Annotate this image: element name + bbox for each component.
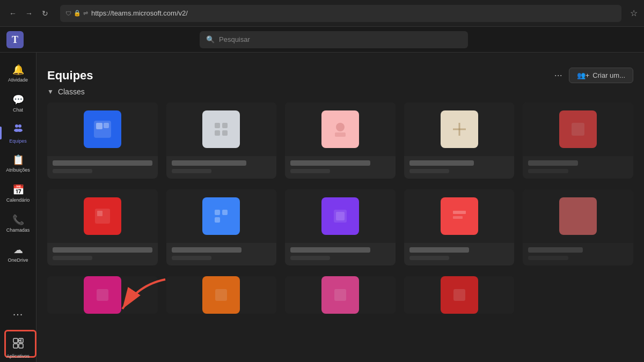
address-bar[interactable]: 🛡 🔒 ⇌ https://teams.microsoft.com/v2/ [60, 5, 621, 22]
page-title: Equipes [47, 69, 93, 83]
team-thumb-image [441, 276, 478, 314]
svg-rect-8 [13, 344, 18, 348]
team-card-info [47, 243, 158, 265]
team-card[interactable] [404, 102, 515, 179]
teams-logo: T [6, 31, 24, 48]
url-text: https://teams.microsoft.com/v2/ [91, 9, 188, 17]
team-thumb [523, 102, 633, 156]
team-card[interactable] [47, 276, 158, 314]
team-sub-placeholder [53, 169, 92, 173]
teams-section: ▼ Classes [36, 87, 644, 314]
forward-button[interactable]: → [23, 7, 35, 20]
security-icons: 🛡 🔒 ⇌ [65, 10, 88, 17]
team-thumb [166, 276, 277, 314]
team-card-info [404, 156, 515, 179]
team-card[interactable] [285, 276, 396, 314]
cloud-icon: ☁ [13, 244, 23, 256]
sidebar-item-calendario[interactable]: 📅 Calendário [2, 179, 34, 207]
svg-point-5 [17, 129, 23, 132]
svg-rect-32 [453, 211, 466, 214]
svg-rect-28 [222, 210, 228, 215]
sidebar-item-chat[interactable]: 💬 Chat [2, 89, 34, 117]
team-card-info [47, 156, 158, 179]
team-thumb-image [321, 276, 359, 314]
sidebar-item-equipes[interactable]: Equipes [2, 119, 34, 147]
team-card[interactable] [285, 102, 396, 179]
apps-container: Aplicativos [2, 334, 34, 362]
nav-buttons: ← → ↻ [6, 7, 52, 20]
back-button[interactable]: ← [6, 7, 19, 20]
search-icon: 🔍 [206, 35, 215, 43]
team-card-info [523, 156, 633, 179]
sidebar-more-button[interactable]: ··· [2, 300, 34, 328]
team-card[interactable] [285, 189, 396, 265]
sidebar-item-aplicativos[interactable]: Aplicativos [2, 334, 34, 362]
team-sub-placeholder [528, 256, 568, 260]
team-thumb [166, 102, 277, 156]
team-thumb-image [202, 197, 240, 235]
team-card-info [166, 156, 277, 179]
team-name-placeholder [528, 160, 578, 166]
team-sub-placeholder [409, 169, 449, 173]
team-sub-placeholder [53, 256, 92, 260]
team-thumb-image [202, 110, 240, 148]
teams-topbar: T 🔍 Pesquisar [0, 27, 644, 53]
chevron-icon: ▼ [47, 88, 54, 95]
team-name-placeholder [409, 160, 474, 166]
svg-rect-9 [19, 344, 23, 348]
lock-icon: 🔒 [74, 10, 81, 17]
team-thumb-image [84, 276, 121, 314]
team-thumb [285, 276, 396, 314]
team-card[interactable] [166, 276, 277, 314]
sidebar-item-chamadas[interactable]: 📞 Chamadas [2, 209, 34, 237]
shield-icon: 🛡 [65, 10, 71, 17]
refresh-button[interactable]: ↻ [39, 7, 52, 20]
team-thumb [47, 102, 158, 156]
svg-text:T: T [12, 34, 18, 45]
team-thumb [404, 189, 515, 243]
svg-point-20 [336, 123, 345, 131]
team-card[interactable] [47, 102, 158, 179]
team-thumb-image [559, 197, 597, 235]
phone-icon: 📞 [12, 214, 24, 226]
content-header: Equipes ··· 👥+ Criar um... [36, 59, 644, 87]
team-thumb [404, 102, 515, 156]
team-name-placeholder [53, 247, 152, 253]
sidebar-item-atividade[interactable]: 🔔 Atividade [2, 59, 34, 87]
team-card[interactable] [47, 189, 158, 265]
team-thumb-image [441, 197, 478, 235]
empty-card [523, 276, 633, 314]
team-name-placeholder [290, 160, 370, 166]
team-card[interactable] [523, 102, 633, 179]
team-card[interactable] [523, 189, 633, 265]
create-team-button[interactable]: 👥+ Criar um... [569, 68, 633, 83]
assignments-icon: 📋 [12, 154, 24, 166]
team-card[interactable] [166, 189, 277, 265]
team-card[interactable] [404, 276, 515, 314]
sidebar-label-atribuicoes: Atribuições [6, 167, 30, 173]
sidebar-item-onedrive[interactable]: ☁ OneDrive [2, 239, 34, 267]
team-card-info [285, 243, 396, 265]
svg-rect-29 [215, 217, 220, 223]
team-thumb [285, 189, 396, 243]
team-card[interactable] [404, 189, 515, 265]
svg-rect-26 [97, 211, 103, 216]
sidebar-label-aplicativos: Aplicativos [6, 353, 30, 359]
apps-icon [12, 337, 24, 352]
section-header[interactable]: ▼ Classes [47, 87, 633, 96]
team-thumb [47, 189, 158, 243]
more-options-button[interactable]: ··· [554, 70, 562, 81]
search-bar[interactable]: 🔍 Pesquisar [200, 31, 468, 48]
svg-rect-19 [222, 130, 228, 136]
sidebar-item-atribuicoes[interactable]: 📋 Atribuições [2, 149, 34, 177]
sidebar-label-calendario: Calendário [6, 197, 30, 203]
svg-rect-16 [215, 123, 220, 128]
app-layout: T 🔍 Pesquisar 🔔 Atividade 💬 Chat [0, 27, 644, 362]
svg-rect-14 [96, 123, 103, 129]
teams-icon [12, 122, 24, 137]
team-card[interactable] [166, 102, 277, 179]
svg-point-2 [15, 124, 18, 128]
bookmark-icon[interactable]: ☆ [630, 8, 638, 18]
teams-grid-row2 [47, 189, 633, 265]
search-placeholder: Pesquisar [219, 35, 250, 43]
